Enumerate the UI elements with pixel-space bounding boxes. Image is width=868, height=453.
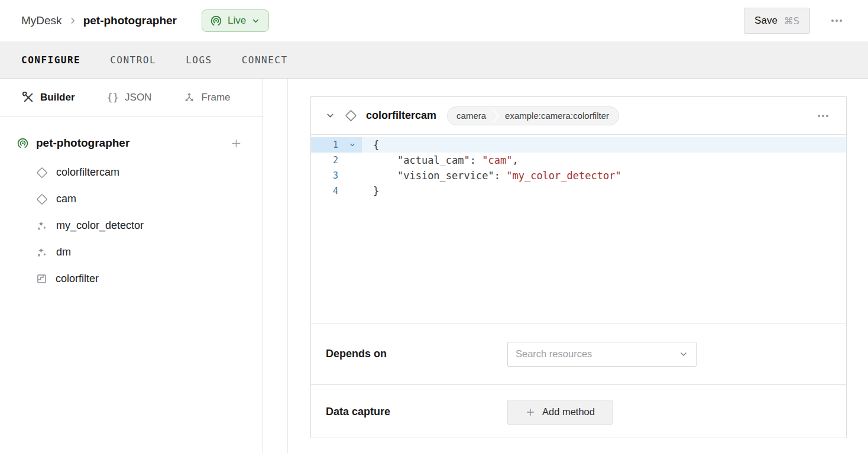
view-mode-frame[interactable]: Frame xyxy=(183,92,230,103)
panel-divider xyxy=(287,79,288,453)
tree-item-colorfilter[interactable]: colorfilter xyxy=(0,266,263,292)
resource-title: colorfiltercam xyxy=(366,109,436,122)
view-mode-label: Builder xyxy=(40,92,75,103)
component-diamond-icon xyxy=(35,166,48,179)
code-line-4[interactable]: 4} xyxy=(311,183,846,199)
badge-divider xyxy=(492,106,500,125)
add-method-label: Add method xyxy=(542,406,595,418)
gutter: 3 xyxy=(311,168,362,183)
save-shortcut-hint: ⌘S xyxy=(784,15,799,27)
tree-item-dm[interactable]: dm xyxy=(0,239,263,266)
line-number: 3 xyxy=(311,168,338,183)
tree-root-machine[interactable]: pet-photographer xyxy=(0,132,263,154)
view-mode-label: JSON xyxy=(125,92,151,103)
code-line-2[interactable]: 2 "actual_cam": "cam", xyxy=(311,153,846,168)
gutter: 4 xyxy=(311,183,362,199)
tree-item-cam[interactable]: cam xyxy=(0,186,263,212)
live-status-label: Live xyxy=(228,15,246,27)
breadcrumb-machine-name: pet-photographer xyxy=(83,14,177,27)
badge-api-segment: camera xyxy=(448,106,492,125)
gutter: 1 xyxy=(311,137,362,153)
service-sparkles-icon xyxy=(35,219,48,232)
tree-item-label: colorfilter xyxy=(56,273,99,285)
broadcast-icon xyxy=(210,15,222,27)
save-button[interactable]: Save ⌘S xyxy=(744,8,810,34)
card-overflow-menu-icon[interactable] xyxy=(814,111,832,121)
tree-item-label: cam xyxy=(56,193,76,205)
plus-icon xyxy=(525,407,536,418)
code-text: "actual_cam": "cam", xyxy=(362,153,846,168)
machine-name-label: pet-photographer xyxy=(36,137,129,150)
view-mode-json[interactable]: {}JSON xyxy=(107,92,152,103)
tree-item-my_color_detector[interactable]: my_color_detector xyxy=(0,212,263,239)
fold-chevron-icon[interactable] xyxy=(349,141,356,148)
tab-control[interactable]: CONTROL xyxy=(110,54,156,66)
braces-icon: {} xyxy=(107,92,119,103)
tab-configure[interactable]: CONFIGURE xyxy=(21,54,80,66)
sidebar: Builder{}JSONFrame pet-photographer colo… xyxy=(0,79,263,453)
resource-config-card: colorfiltercam camera example:camera:col… xyxy=(310,96,847,438)
tree-item-label: dm xyxy=(56,246,71,258)
builder-tools-icon xyxy=(22,92,34,103)
view-mode-builder[interactable]: Builder xyxy=(22,92,75,103)
code-text: } xyxy=(362,183,846,199)
depends-on-label: Depends on xyxy=(326,348,507,360)
app-header: MyDesk pet-photographer Live Save ⌘S xyxy=(0,0,868,41)
tab-bar: CONFIGURECONTROLLOGSCONNECT xyxy=(0,41,868,79)
data-capture-label: Data capture xyxy=(326,406,507,418)
view-toggle: Builder{}JSONFrame xyxy=(0,79,263,117)
resource-tree: colorfiltercamcammy_color_detectordmcolo… xyxy=(0,159,263,292)
frame-axes-icon xyxy=(183,92,195,103)
resource-type-badge: camera example:camera:colorfilter xyxy=(447,106,619,125)
gutter: 2 xyxy=(311,153,362,168)
broadcast-icon xyxy=(17,137,29,150)
add-method-button[interactable]: Add method xyxy=(507,400,613,425)
json-attributes-editor[interactable]: 1{2 "actual_cam": "cam",3 "vision_servic… xyxy=(311,135,846,323)
tree-item-label: my_color_detector xyxy=(56,219,144,232)
collapse-chevron-icon[interactable] xyxy=(325,111,335,121)
chevron-right-icon xyxy=(69,17,77,25)
line-number: 1 xyxy=(311,137,338,153)
live-status-dropdown[interactable]: Live xyxy=(202,9,269,32)
chevron-down-icon xyxy=(251,17,260,25)
data-capture-section: Data capture Add method xyxy=(311,384,846,439)
depends-on-section: Depends on Search resources xyxy=(311,323,846,384)
chevron-down-icon xyxy=(679,350,688,359)
save-button-label: Save xyxy=(754,15,778,27)
depends-on-placeholder: Search resources xyxy=(516,348,679,360)
code-line-1[interactable]: 1{ xyxy=(311,137,846,153)
service-sparkles-icon xyxy=(35,246,48,259)
line-number: 2 xyxy=(311,153,338,168)
view-mode-label: Frame xyxy=(201,92,230,103)
component-diamond-icon xyxy=(344,109,358,122)
component-diamond-icon xyxy=(35,193,48,206)
module-icon xyxy=(35,273,48,285)
depends-on-select[interactable]: Search resources xyxy=(507,342,697,367)
badge-model-segment: example:camera:colorfilter xyxy=(500,106,618,125)
code-text: "vision_service": "my_color_detector" xyxy=(362,168,846,183)
tree-item-label: colorfiltercam xyxy=(56,166,119,179)
tab-logs[interactable]: LOGS xyxy=(186,54,212,66)
code-text: { xyxy=(362,137,846,153)
breadcrumb-parent[interactable]: MyDesk xyxy=(21,14,62,27)
card-header: colorfiltercam camera example:camera:col… xyxy=(311,97,846,135)
line-number: 4 xyxy=(311,183,338,199)
add-resource-button[interactable] xyxy=(230,137,242,150)
code-line-3[interactable]: 3 "vision_service": "my_color_detector" xyxy=(311,168,846,183)
tab-connect[interactable]: CONNECT xyxy=(242,54,288,66)
header-overflow-menu-icon[interactable] xyxy=(828,16,846,25)
tree-item-colorfiltercam[interactable]: colorfiltercam xyxy=(0,159,263,186)
